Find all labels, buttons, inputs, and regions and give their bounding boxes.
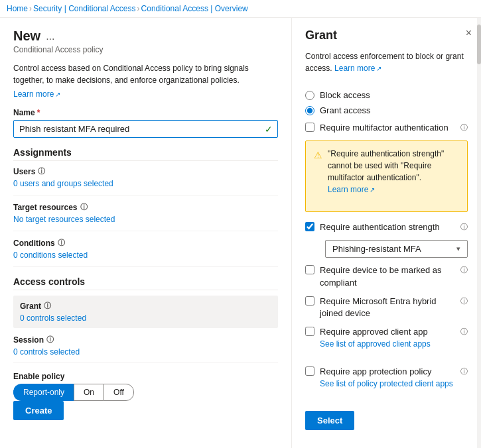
grant-access-option[interactable]: Grant access xyxy=(305,105,468,115)
auth-strength-checkbox-item: Require authentication strength ⓘ xyxy=(305,221,468,233)
breadcrumb-home[interactable]: Home xyxy=(7,4,28,13)
toggle-off[interactable]: Off xyxy=(103,384,134,401)
access-controls-title: Access controls xyxy=(13,276,278,290)
conditions-assignment: Conditions ⓘ 0 conditions selected xyxy=(13,238,278,267)
approved-apps-link[interactable]: See list of approved client apps xyxy=(320,339,431,350)
grant-access-radio[interactable] xyxy=(305,106,314,115)
entra-hybrid-checkbox-item: Require Microsoft Entra hybrid joined de… xyxy=(305,296,468,319)
warning-box: ⚠ "Require authentication strength" cann… xyxy=(305,140,468,212)
auth-strength-checkbox[interactable] xyxy=(305,222,314,231)
app-protection-checkbox[interactable] xyxy=(305,366,314,376)
warning-text: "Require authentication strength" cannot… xyxy=(328,148,459,205)
warning-ext-icon: ↗ xyxy=(370,185,375,195)
conditions-link[interactable]: 0 conditions selected xyxy=(13,251,88,260)
users-link[interactable]: 0 users and groups selected xyxy=(13,179,113,188)
users-info-icon[interactable]: ⓘ xyxy=(38,166,45,176)
users-assignment: Users ⓘ 0 users and groups selected xyxy=(13,166,278,196)
app-protection-checkbox-item: Require app protection policy See list o… xyxy=(305,366,468,399)
session-section: Session ⓘ 0 controls selected xyxy=(13,329,278,363)
users-label: Users xyxy=(13,167,35,176)
access-type-group: Block access Grant access xyxy=(305,90,468,115)
approved-app-info-icon[interactable]: ⓘ xyxy=(460,327,468,337)
grant-learn-more[interactable]: Learn more ↗ xyxy=(334,62,381,74)
approved-app-checkbox-item: Require approved client app See list of … xyxy=(305,326,468,359)
enable-policy-section: Enable policy Report-only On Off xyxy=(13,372,278,401)
required-indicator: * xyxy=(37,108,40,117)
conditions-label: Conditions xyxy=(13,239,55,248)
target-info-icon[interactable]: ⓘ xyxy=(80,202,88,212)
auth-strength-label: Require authentication strength xyxy=(320,221,456,233)
auth-strength-dropdown-value: Phishing-resistant MFA xyxy=(332,244,421,254)
left-panel: New ... Conditional Access policy Contro… xyxy=(0,18,292,448)
block-access-radio[interactable] xyxy=(305,91,314,100)
external-link-icon: ↗ xyxy=(55,91,60,98)
grant-label: Grant xyxy=(20,302,41,311)
device-compliant-checkbox[interactable] xyxy=(305,265,314,274)
page-title: New xyxy=(13,28,40,44)
auth-strength-dropdown[interactable]: Phishing-resistant MFA ▾ xyxy=(325,240,468,258)
app-protection-label: Require app protection policy xyxy=(320,366,431,376)
protection-policy-link[interactable]: See list of policy protected client apps xyxy=(320,378,453,390)
toggle-on[interactable]: On xyxy=(74,384,103,401)
target-resources-assignment: Target resources ⓘ No target resources s… xyxy=(13,202,278,231)
name-input[interactable] xyxy=(13,120,278,138)
close-button[interactable]: × xyxy=(466,27,472,39)
approved-app-label: Require approved client app xyxy=(320,327,428,337)
device-compliant-info-icon[interactable]: ⓘ xyxy=(460,265,468,275)
description-text: Control access based on Conditional Acce… xyxy=(13,62,278,86)
block-access-label: Block access xyxy=(320,90,370,100)
device-compliant-checkbox-item: Require device to be marked as compliant… xyxy=(305,264,468,288)
target-resources-link[interactable]: No target resources selected xyxy=(13,215,115,224)
entra-hybrid-checkbox[interactable] xyxy=(305,296,314,306)
conditions-info-icon[interactable]: ⓘ xyxy=(58,238,65,248)
grant-link[interactable]: 0 controls selected xyxy=(20,313,86,323)
target-resources-label: Target resources xyxy=(13,203,78,212)
toggle-report-only[interactable]: Report-only xyxy=(13,384,74,401)
learn-more-link[interactable]: Learn more ↗ xyxy=(13,89,60,99)
auth-strength-info-icon[interactable]: ⓘ xyxy=(460,222,468,232)
scrollbar-thumb[interactable] xyxy=(477,25,481,64)
panel-description: Control access enforcement to block or g… xyxy=(305,50,468,84)
mfa-info-icon[interactable]: ⓘ xyxy=(460,123,468,133)
dropdown-arrow-icon: ▾ xyxy=(456,245,460,253)
approved-app-checkbox[interactable] xyxy=(305,327,314,336)
grant-info-icon[interactable]: ⓘ xyxy=(44,301,51,311)
app-protection-info-icon[interactable]: ⓘ xyxy=(460,366,468,376)
policy-toggle-group[interactable]: Report-only On Off xyxy=(13,384,278,401)
more-options-icon[interactable]: ... xyxy=(46,30,54,42)
grant-access-label: Grant access xyxy=(320,105,371,115)
breadcrumb-overview[interactable]: Conditional Access | Overview xyxy=(141,4,248,13)
breadcrumb-security[interactable]: Security | Conditional Access xyxy=(33,4,136,13)
mfa-label: Require multifactor authentication xyxy=(320,122,456,134)
block-access-option[interactable]: Block access xyxy=(305,90,468,100)
enable-policy-label: Enable policy xyxy=(13,372,278,381)
breadcrumb: Home › Security | Conditional Access › C… xyxy=(0,0,481,18)
entra-hybrid-label: Require Microsoft Entra hybrid joined de… xyxy=(320,296,456,319)
session-info-icon[interactable]: ⓘ xyxy=(46,335,54,345)
grant-ext-icon: ↗ xyxy=(376,64,381,74)
assignments-title: Assignments xyxy=(13,147,278,161)
session-label: Session xyxy=(13,335,44,345)
device-compliant-label: Require device to be marked as compliant xyxy=(320,264,456,288)
mfa-checkbox-item: Require multifactor authentication ⓘ xyxy=(305,122,468,134)
entra-hybrid-info-icon[interactable]: ⓘ xyxy=(460,296,468,306)
page-subtitle: Conditional Access policy xyxy=(13,45,278,54)
select-button[interactable]: Select xyxy=(305,411,354,430)
session-link[interactable]: 0 controls selected xyxy=(13,347,80,357)
right-panel: × Grant Control access enforcement to bl… xyxy=(292,18,481,448)
warning-icon: ⚠ xyxy=(314,148,322,205)
create-button[interactable]: Create xyxy=(13,401,64,420)
panel-title: Grant xyxy=(305,28,468,42)
mfa-checkbox[interactable] xyxy=(305,123,314,132)
grant-section: Grant ⓘ 0 controls selected xyxy=(13,296,278,328)
name-label: Name * xyxy=(13,108,278,117)
check-icon: ✓ xyxy=(265,124,273,135)
warning-learn-more[interactable]: Learn more ↗ xyxy=(328,184,375,196)
scrollbar-track xyxy=(477,18,481,448)
